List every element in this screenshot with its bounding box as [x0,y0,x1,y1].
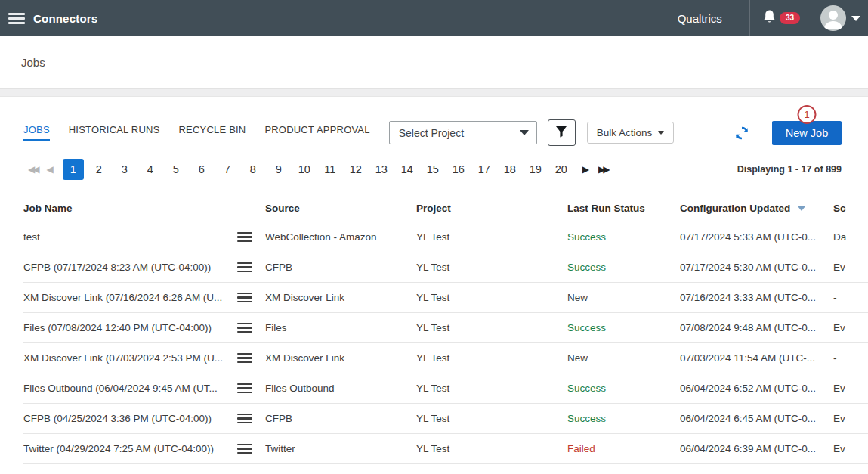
status-cell: New [567,292,680,303]
page-button-18[interactable]: 18 [499,159,520,180]
job-name-cell[interactable]: test [23,231,237,243]
row-menu-button[interactable] [237,321,265,336]
job-name-cell[interactable]: Files Outbound (06/04/2024 9:45 AM (UT..… [23,383,237,394]
page-button-9[interactable]: 9 [268,159,289,180]
page-button-2[interactable]: 2 [88,159,110,180]
source-cell: CFPB [265,262,416,273]
page-button-12[interactable]: 12 [345,159,366,180]
source-cell: CFPB [265,413,416,424]
sort-desc-icon [798,206,805,211]
tab-product-approval[interactable]: PRODUCT APPROVAL [264,124,369,141]
job-name-cell[interactable]: XM Discover Link (07/16/2024 6:26 AM (U.… [23,292,237,303]
table-row[interactable]: CFPB (04/25/2024 3:36 PM (UTC-04:00)) CF… [23,404,868,434]
caret-down-icon [658,131,664,135]
column-header-project[interactable]: Project [416,203,567,214]
page-button-13[interactable]: 13 [371,159,392,180]
status-cell: Success [567,322,680,333]
bulk-actions-button[interactable]: Bulk Actions [587,122,675,144]
source-cell: WebCollection - Amazon [265,231,416,243]
table-row[interactable]: Files Outbound (06/04/2024 9:45 AM (UT..… [23,373,868,404]
schedule-cell: Ev [833,413,868,424]
job-name-cell[interactable]: CFPB (04/25/2024 3:36 PM (UTC-04:00)) [23,413,237,424]
tab-historical-runs[interactable]: HISTORICAL RUNS [69,124,160,141]
column-header-job-name[interactable]: Job Name [23,203,237,214]
bulk-actions-label: Bulk Actions [597,127,653,138]
schedule-cell: Da [833,231,868,243]
job-name-cell[interactable]: Files (07/08/2024 12:40 PM (UTC-04:00)) [23,322,237,333]
page-button-14[interactable]: 14 [397,159,418,180]
row-menu-icon [237,444,252,454]
new-job-button[interactable]: New Job [772,121,842,145]
row-menu-button[interactable] [237,230,265,245]
schedule-cell: - [833,292,868,303]
row-menu-button[interactable] [237,351,265,366]
page-button-3[interactable]: 3 [114,159,135,180]
page-button-6[interactable]: 6 [191,159,212,180]
status-cell: Success [567,383,680,394]
table-row[interactable]: XM Discover Link (07/16/2024 6:26 AM (U.… [23,283,868,313]
row-menu-icon [237,262,252,273]
table-row[interactable]: Files (07/08/2024 12:40 PM (UTC-04:00)) … [23,313,868,343]
project-cell: YL Test [416,383,567,394]
pagination-summary: Displaying 1 - 17 of 899 [737,164,842,175]
brand-label: Qualtrics [678,12,722,25]
job-name-cell[interactable]: Twitter (04/29/2024 7:25 AM (UTC-04:00)) [23,443,237,454]
page-button-19[interactable]: 19 [525,159,546,180]
tab-recycle-bin[interactable]: RECYCLE BIN [179,124,246,141]
last-page-button[interactable]: ▶▶ [594,164,612,175]
job-name-cell[interactable]: CFPB (07/17/2024 8:23 AM (UTC-04:00)) [23,262,237,273]
status-cell: Success [567,231,680,243]
page-button-4[interactable]: 4 [140,159,161,180]
column-header-schedule[interactable]: Sc [833,203,868,214]
hamburger-menu-icon[interactable] [0,0,33,36]
column-header-last-run-status[interactable]: Last Run Status [567,203,680,214]
next-page-button[interactable]: ▶ [578,164,594,175]
row-menu-button[interactable] [237,441,265,457]
refresh-button[interactable] [734,125,749,141]
user-menu[interactable] [811,0,868,36]
page-button-17[interactable]: 17 [474,159,495,180]
page-button-16[interactable]: 16 [448,159,469,180]
table-row[interactable]: Twitter (04/29/2024 7:25 AM (UTC-04:00))… [23,434,868,464]
table-row[interactable]: XM Discover Link (07/03/2024 2:53 PM (U.… [23,343,868,373]
source-cell: Files [265,322,416,333]
project-cell: YL Test [416,292,567,303]
row-menu-button[interactable] [237,381,265,396]
table-row[interactable]: CFPB (07/17/2024 8:23 AM (UTC-04:00)) CF… [23,252,868,283]
column-header-configuration-updated[interactable]: Configuration Updated [680,203,833,214]
page-button-10[interactable]: 10 [294,159,315,180]
tab-jobs[interactable]: JOBS [23,124,50,141]
configuration-updated-cell: 07/17/2024 5:30 AM (UTC-0... [680,262,833,273]
job-name-cell[interactable]: XM Discover Link (07/03/2024 2:53 PM (U.… [23,352,237,364]
table-row[interactable]: test WebCollection - Amazon YL Test Succ… [23,222,868,252]
configuration-updated-cell: 06/04/2024 6:39 AM (UTC-0... [680,443,833,454]
column-header-source[interactable]: Source [265,203,416,214]
chevron-down-icon [851,16,860,21]
previous-page-button[interactable]: ◀ [42,164,57,175]
page-button-15[interactable]: 15 [422,159,443,180]
page-button-1[interactable]: 1 [63,159,84,180]
row-menu-icon [237,232,252,243]
project-select[interactable]: Select Project [389,121,537,144]
page-button-8[interactable]: 8 [242,159,264,180]
tab-bar: JOBS HISTORICAL RUNS RECYCLE BIN PRODUCT… [23,124,370,141]
pagination: ◀◀ ◀ 1234567891011121314151617181920 ▶ ▶… [23,159,842,180]
project-select-value: Select Project [399,127,520,139]
page-button-5[interactable]: 5 [165,159,187,180]
row-menu-icon [237,293,252,303]
notifications-button[interactable]: 33 [750,0,811,36]
row-menu-button[interactable] [237,290,265,305]
project-cell: YL Test [416,443,567,454]
project-cell: YL Test [416,413,567,424]
chevron-down-icon [520,130,529,135]
page-button-20[interactable]: 20 [551,159,572,180]
schedule-cell: Ev [833,383,868,394]
row-menu-button[interactable] [237,260,265,275]
filter-button[interactable] [548,119,576,146]
header-divider [0,89,868,97]
row-menu-button[interactable] [237,411,265,426]
first-page-button[interactable]: ◀◀ [23,164,42,175]
brand-menu[interactable]: Qualtrics [650,0,750,36]
page-button-11[interactable]: 11 [320,159,341,180]
page-button-7[interactable]: 7 [217,159,238,180]
